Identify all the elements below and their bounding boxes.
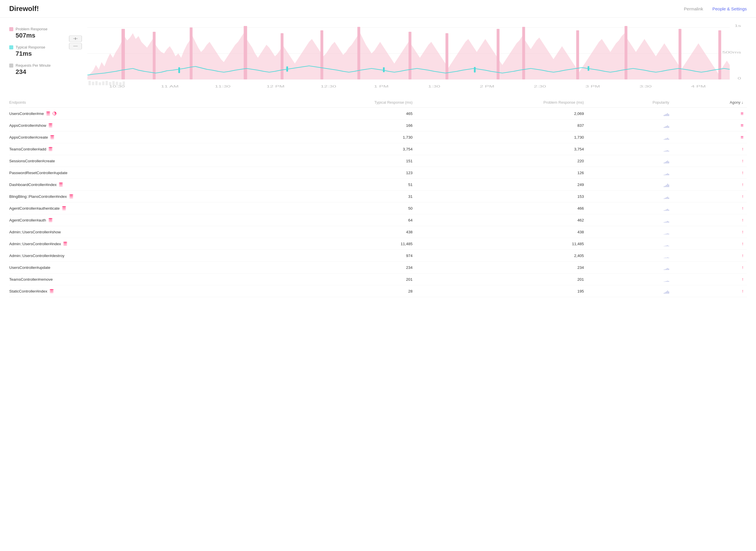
table-row[interactable]: AgentController#authenticate50466!: [9, 202, 747, 214]
table-row[interactable]: TeamsController#add3,7543,754!: [9, 143, 747, 155]
popularity-bar-segment: [667, 125, 668, 128]
popularity-bar-segment: [666, 197, 667, 199]
popularity-bar-segment: [664, 139, 665, 140]
people-settings-link[interactable]: People & Settings: [712, 6, 747, 11]
endpoint-name: UsersController#update: [9, 265, 50, 270]
table-row[interactable]: StaticController#index28195!: [9, 285, 747, 297]
popularity-bar-segment: [664, 269, 665, 270]
endpoint-cell: Admin::UsersController#index: [9, 238, 253, 250]
table-row[interactable]: PasswordResetController#update123126!: [9, 167, 747, 179]
permalink-link[interactable]: Permalink: [684, 6, 703, 11]
col-header-typical: Typical Response (ms): [253, 97, 416, 108]
problem-response-value: 466: [416, 202, 587, 214]
popularity-bar-segment: [668, 268, 669, 270]
popularity-bar-segment: [667, 209, 668, 211]
db-icon: [48, 123, 53, 127]
endpoint-cell: Admin::UsersController#show: [9, 226, 253, 238]
table-row[interactable]: Admin::UsersController#index11,48511,485…: [9, 238, 747, 250]
svg-rect-18: [409, 32, 411, 79]
svg-text:2:30: 2:30: [534, 85, 546, 88]
svg-rect-30: [587, 66, 589, 71]
svg-rect-32: [92, 82, 94, 85]
svg-rect-12: [153, 32, 156, 79]
popularity-bar-segment: [665, 151, 666, 152]
popularity-cell: [587, 202, 673, 214]
popularity-bar-segment: [664, 151, 665, 152]
popularity-bar-segment: [664, 127, 665, 128]
popularity-bar-segment: [667, 184, 668, 187]
popularity-bar-segment: [666, 150, 667, 152]
agony-value: !: [673, 214, 747, 226]
endpoint-cell: SessionsController#create: [9, 155, 253, 167]
db-icon: [50, 289, 54, 293]
svg-text:11:30: 11:30: [215, 85, 231, 88]
col-header-agony[interactable]: Agony ↓: [673, 97, 747, 108]
svg-rect-15: [281, 33, 284, 79]
popularity-bar-segment: [667, 245, 668, 246]
problem-response-value: 11,485: [416, 238, 587, 250]
popularity-cell: [587, 250, 673, 261]
popularity-cell: [587, 273, 673, 285]
typical-response-value: 974: [253, 250, 416, 261]
table-row[interactable]: Admin::UsersController#show438438!: [9, 226, 747, 238]
endpoint-cell: TeamsController#remove: [9, 273, 253, 285]
table-row[interactable]: BlingBling::PlansController#index31153!: [9, 190, 747, 202]
agony-value: !: [673, 143, 747, 155]
table-row[interactable]: UsersController#update234234!: [9, 261, 747, 273]
db-icon: [48, 218, 53, 222]
header-nav: Permalink People & Settings: [684, 6, 747, 11]
app-title: Direwolf!: [9, 5, 39, 13]
popularity-bar-segment: [665, 292, 666, 294]
table-row[interactable]: Admin::UsersController#destroy9742,405!: [9, 250, 747, 261]
popularity-bar-segment: [666, 292, 667, 294]
popularity-bar-segment: [665, 198, 666, 199]
svg-rect-16: [321, 30, 323, 79]
svg-text:12:30: 12:30: [321, 85, 336, 88]
table-row[interactable]: TeamsController#remove201201!: [9, 273, 747, 285]
popularity-bar-segment: [666, 174, 667, 175]
table-row[interactable]: DashboardController#index51249!: [9, 179, 747, 190]
popularity-bar-segment: [667, 197, 668, 199]
endpoints-table: Endpoints Typical Response (ms) Problem …: [9, 97, 747, 297]
svg-text:12 PM: 12 PM: [267, 85, 285, 88]
popularity-cell: [587, 190, 673, 202]
endpoint-name: SessionsController#create: [9, 159, 55, 163]
popularity-bar-segment: [667, 291, 668, 294]
popularity-bar-segment: [666, 233, 667, 234]
table-row[interactable]: AgentController#auth64462!: [9, 214, 747, 226]
popularity-bar-segment: [665, 186, 666, 187]
endpoints-table-section: Endpoints Typical Response (ms) Problem …: [0, 97, 756, 297]
popularity-bar-segment: [666, 161, 667, 163]
popularity-cell: [587, 285, 673, 297]
endpoint-cell: AgentController#auth: [9, 214, 253, 226]
popularity-bar-segment: [667, 138, 668, 140]
popularity-bar-segment: [665, 210, 666, 211]
popularity-bar-segment: [667, 233, 668, 234]
popularity-bar-segment: [664, 198, 665, 199]
popularity-cell: [587, 179, 673, 190]
table-row[interactable]: SessionsController#create151220!: [9, 155, 747, 167]
table-row[interactable]: AppsController#create1,7301,730!!: [9, 131, 747, 143]
requests-per-minute-swatch: [9, 63, 13, 68]
popularity-bar-segment: [664, 186, 665, 187]
endpoint-cell: BlingBling::PlansController#index: [9, 190, 253, 202]
popularity-bar-segment: [667, 257, 668, 258]
svg-rect-25: [718, 30, 721, 79]
popularity-bar-segment: [668, 197, 669, 199]
svg-rect-22: [576, 30, 579, 79]
svg-rect-14: [244, 26, 247, 79]
db-icon: [46, 111, 50, 115]
svg-text:−: −: [73, 43, 78, 48]
popularity-bar-segment: [666, 257, 667, 258]
popularity-bar-segment: [665, 234, 666, 234]
table-row[interactable]: UsersController#me 4652,069!!: [9, 108, 747, 119]
endpoint-name: AgentController#auth: [9, 218, 46, 222]
table-row[interactable]: AppsController#show166837!!: [9, 119, 747, 131]
agony-value: !: [673, 273, 747, 285]
problem-response-value: 195: [416, 285, 587, 297]
agony-value: !: [673, 238, 747, 250]
problem-response-value: 234: [416, 261, 587, 273]
typical-response-value: 1,730: [253, 131, 416, 143]
endpoint-name: PasswordResetController#update: [9, 171, 68, 175]
typical-response-value: 166: [253, 119, 416, 131]
